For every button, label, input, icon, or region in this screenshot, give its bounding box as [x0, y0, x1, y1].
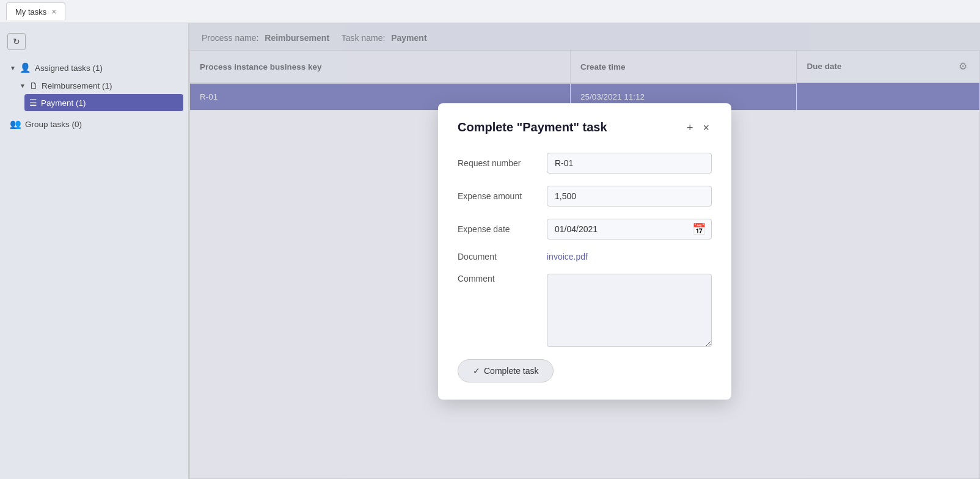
arrow-icon: ▼: [10, 65, 16, 71]
sidebar-tree: ▼ 👤 Assigned tasks (1) ▼ 🗋 Reimbursement…: [0, 59, 188, 133]
expense-amount-label: Expense amount: [458, 191, 537, 201]
my-tasks-tab[interactable]: My tasks ×: [6, 2, 65, 20]
modal-header: Complete "Payment" task + ×: [458, 120, 712, 136]
arrow-icon: ▼: [20, 82, 26, 89]
person-icon: 👤: [20, 62, 31, 73]
document-link[interactable]: invoice.pdf: [547, 252, 588, 261]
request-number-row: Request number: [458, 153, 712, 174]
list-icon: ☰: [29, 98, 37, 108]
comment-textarea[interactable]: [547, 274, 712, 347]
expense-date-row: Expense date 📅: [458, 219, 712, 240]
checkmark-icon: ✓: [473, 366, 480, 376]
tab-close-icon[interactable]: ×: [51, 7, 56, 16]
comment-label: Comment: [458, 274, 537, 283]
document-row: Document invoice.pdf: [458, 252, 712, 261]
sidebar-refresh-section: ↻: [0, 29, 188, 54]
sidebar-item-assigned-tasks[interactable]: ▼ 👤 Assigned tasks (1): [5, 59, 183, 77]
sidebar-item-label: Payment (1): [41, 98, 86, 108]
request-number-input[interactable]: [547, 153, 712, 174]
expense-amount-row: Expense amount: [458, 186, 712, 207]
date-wrapper: 📅: [547, 219, 712, 240]
modal-title: Complete "Payment" task: [458, 120, 607, 134]
modal-actions: + ×: [684, 120, 712, 136]
sidebar-item-label: Reimbursement (1): [42, 81, 112, 90]
sidebar-item-label: Assigned tasks (1): [35, 64, 103, 73]
modal-form: Request number Expense amount Expense da…: [458, 153, 712, 382]
complete-task-modal: Complete "Payment" task + × Request numb…: [438, 103, 731, 400]
sidebar-item-label: Group tasks (0): [25, 120, 82, 129]
modal-expand-button[interactable]: +: [684, 120, 696, 136]
sidebar-item-payment[interactable]: ☰ Payment (1): [24, 94, 183, 111]
sidebar-item-group-tasks[interactable]: 👥 Group tasks (0): [5, 115, 183, 133]
request-number-label: Request number: [458, 158, 537, 168]
complete-task-button[interactable]: ✓ Complete task: [458, 359, 554, 382]
modal-close-button[interactable]: ×: [700, 120, 712, 136]
sidebar-item-reimbursement[interactable]: ▼ 🗋 Reimbursement (1): [15, 77, 183, 94]
comment-row: Comment: [458, 274, 712, 347]
group-icon: 👥: [10, 119, 21, 130]
file-icon: 🗋: [29, 81, 38, 90]
refresh-icon: ↻: [13, 37, 20, 46]
refresh-button[interactable]: ↻: [7, 33, 26, 50]
complete-task-label: Complete task: [484, 366, 538, 376]
document-label: Document: [458, 252, 537, 261]
expense-amount-input[interactable]: [547, 186, 712, 207]
expense-date-label: Expense date: [458, 224, 537, 234]
tab-bar: My tasks ×: [0, 0, 980, 23]
sidebar: ↻ ▼ 👤 Assigned tasks (1) ▼ 🗋 Reimburseme…: [0, 23, 189, 479]
expense-date-input[interactable]: [547, 219, 712, 240]
tab-label: My tasks: [15, 7, 46, 16]
modal-overlay: Complete "Payment" task + × Request numb…: [189, 23, 980, 479]
